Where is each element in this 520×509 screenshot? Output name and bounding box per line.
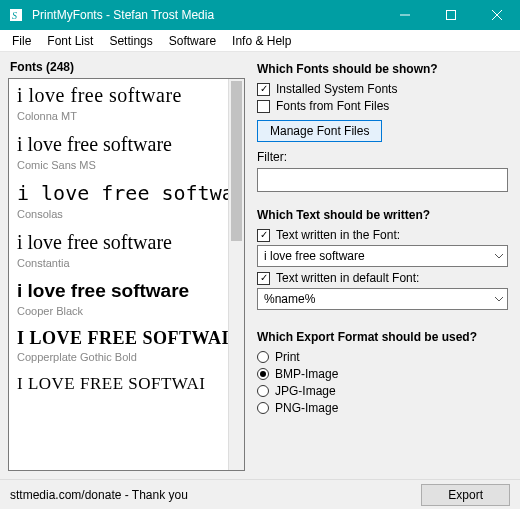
- scrollbar-thumb[interactable]: [231, 81, 242, 241]
- checkbox-font-files[interactable]: [257, 100, 270, 113]
- content-area: Fonts (248) i love free softwareColonna …: [0, 52, 520, 479]
- label-text-in-font: Text written in the Font:: [276, 228, 400, 242]
- font-sample-name: Comic Sans MS: [17, 159, 220, 171]
- window-title: PrintMyFonts - Stefan Trost Media: [32, 8, 382, 22]
- font-sample-text: i love free software: [17, 132, 220, 157]
- menu-file[interactable]: File: [4, 32, 39, 50]
- radio-png[interactable]: [257, 402, 269, 414]
- radio-jpg[interactable]: [257, 385, 269, 397]
- svg-rect-3: [447, 11, 456, 20]
- status-text: sttmedia.com/donate - Thank you: [10, 488, 188, 502]
- menu-info[interactable]: Info & Help: [224, 32, 299, 50]
- combo-text-default-value: %name%: [264, 292, 315, 306]
- menu-fontlist[interactable]: Font List: [39, 32, 101, 50]
- fonts-count-heading: Fonts (248): [8, 60, 245, 74]
- menu-software[interactable]: Software: [161, 32, 224, 50]
- status-bar: sttmedia.com/donate - Thank you Export: [0, 479, 520, 509]
- font-list-scrollbar[interactable]: [228, 79, 244, 470]
- export-button[interactable]: Export: [421, 484, 510, 506]
- font-sample-text: i love free softwar: [17, 181, 220, 206]
- minimize-button[interactable]: [382, 0, 428, 30]
- filter-input[interactable]: [257, 168, 508, 192]
- font-sample-text: I LOVE FREE SOFTWAI: [17, 373, 220, 394]
- label-jpg: JPG-Image: [275, 384, 336, 398]
- label-installed-fonts: Installed System Fonts: [276, 82, 397, 96]
- label-png: PNG-Image: [275, 401, 338, 415]
- left-pane: Fonts (248) i love free softwareColonna …: [0, 52, 245, 479]
- font-sample-block[interactable]: I LOVE FREE SOFTWAICopperplate Gothic Bo…: [17, 327, 220, 364]
- checkbox-text-default-font[interactable]: [257, 272, 270, 285]
- app-icon: S: [8, 7, 24, 23]
- font-sample-name: Consolas: [17, 208, 220, 220]
- font-sample-block[interactable]: i love free softwareColonna MT: [17, 83, 220, 122]
- checkbox-text-in-font[interactable]: [257, 229, 270, 242]
- titlebar: S PrintMyFonts - Stefan Trost Media: [0, 0, 520, 30]
- font-sample-text: i love free software: [17, 83, 220, 108]
- label-print: Print: [275, 350, 300, 364]
- combo-text-default-font[interactable]: %name%: [257, 288, 508, 310]
- combo-text-in-font[interactable]: i love free software: [257, 245, 508, 267]
- menu-settings[interactable]: Settings: [101, 32, 160, 50]
- font-sample-block[interactable]: I LOVE FREE SOFTWAI: [17, 373, 220, 394]
- chevron-down-icon: [495, 292, 503, 306]
- font-sample-block[interactable]: i love free softwareConstantia: [17, 230, 220, 269]
- radio-print[interactable]: [257, 351, 269, 363]
- chevron-down-icon: [495, 249, 503, 263]
- svg-text:S: S: [12, 10, 17, 21]
- font-sample-name: Copperplate Gothic Bold: [17, 351, 220, 363]
- maximize-button[interactable]: [428, 0, 474, 30]
- filter-label: Filter:: [257, 150, 508, 164]
- font-sample-text: i love free software: [17, 279, 220, 303]
- font-sample-name: Cooper Black: [17, 305, 220, 317]
- label-font-files: Fonts from Font Files: [276, 99, 389, 113]
- font-sample-name: Constantia: [17, 257, 220, 269]
- combo-text-in-font-value: i love free software: [264, 249, 365, 263]
- close-button[interactable]: [474, 0, 520, 30]
- text-heading: Which Text should be written?: [257, 208, 508, 222]
- radio-bmp[interactable]: [257, 368, 269, 380]
- label-bmp: BMP-Image: [275, 367, 338, 381]
- checkbox-installed-fonts[interactable]: [257, 83, 270, 96]
- menubar: File Font List Settings Software Info & …: [0, 30, 520, 52]
- font-sample-text: I LOVE FREE SOFTWAI: [17, 327, 220, 350]
- font-sample-text: i love free software: [17, 230, 220, 255]
- font-sample-block[interactable]: i love free softwareComic Sans MS: [17, 132, 220, 171]
- font-sample-block[interactable]: i love free softwareCooper Black: [17, 279, 220, 317]
- manage-font-files-button[interactable]: Manage Font Files: [257, 120, 382, 142]
- font-sample-name: Colonna MT: [17, 110, 220, 122]
- show-heading: Which Fonts should be shown?: [257, 62, 508, 76]
- right-pane: Which Fonts should be shown? Installed S…: [245, 52, 520, 479]
- font-list[interactable]: i love free softwareColonna MTi love fre…: [8, 78, 245, 471]
- label-text-default-font: Text written in default Font:: [276, 271, 419, 285]
- font-sample-block[interactable]: i love free softwarConsolas: [17, 181, 220, 220]
- export-heading: Which Export Format should be used?: [257, 330, 508, 344]
